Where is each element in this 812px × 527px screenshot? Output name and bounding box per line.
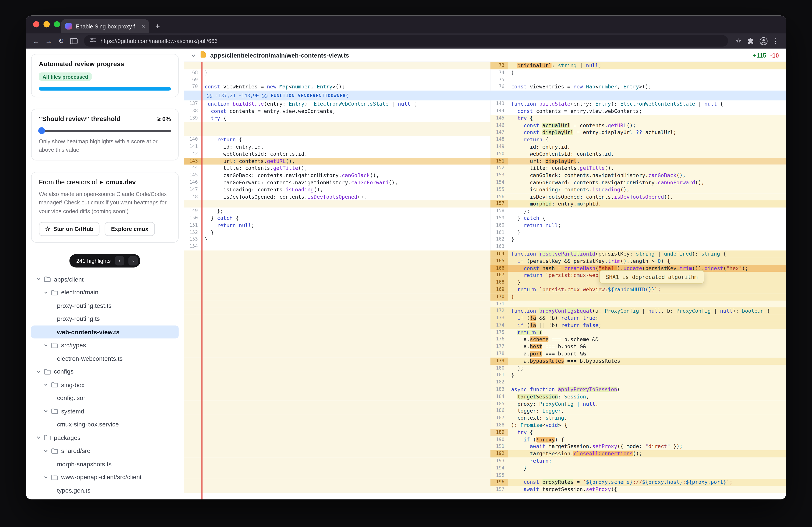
line-number[interactable]: 158 xyxy=(491,208,508,214)
chevron-down-icon[interactable] xyxy=(36,369,41,374)
promo-brand-link[interactable]: cmux.dev xyxy=(106,179,136,186)
line-number[interactable]: 147 xyxy=(491,129,508,136)
site-settings-icon[interactable] xyxy=(90,36,97,45)
tree-folder-electron/main[interactable]: electron/main xyxy=(31,286,179,299)
tree-file-types.gen.ts[interactable]: types.gen.ts xyxy=(31,484,179,497)
line-number[interactable]: 151 xyxy=(184,222,201,229)
address-bar[interactable]: https://0github.com/manaflow-ai/cmux/pul… xyxy=(84,35,728,47)
line-number[interactable]: 162 xyxy=(491,236,508,243)
line-number[interactable]: 143 xyxy=(184,158,201,165)
tree-folder-apps/client[interactable]: apps/client xyxy=(31,273,179,286)
line-number[interactable]: 186 xyxy=(491,407,508,415)
line-number[interactable]: 165 xyxy=(491,258,508,265)
collapse-file-chevron-icon[interactable] xyxy=(191,50,196,60)
tree-file-web-contents-view.ts[interactable]: web-contents-view.ts xyxy=(31,326,179,339)
line-number[interactable]: 163 xyxy=(491,243,508,250)
line-number[interactable]: 180 xyxy=(491,365,508,372)
slider-thumb[interactable] xyxy=(39,127,45,134)
line-number[interactable]: 75 xyxy=(491,76,508,84)
line-number[interactable]: 154 xyxy=(184,243,201,250)
tree-folder-packages[interactable]: packages xyxy=(31,431,179,444)
line-number[interactable]: 179 xyxy=(491,358,508,364)
chevron-down-icon[interactable] xyxy=(43,343,48,347)
line-number[interactable]: 160 xyxy=(491,222,508,229)
line-number[interactable]: 144 xyxy=(184,165,201,172)
line-number[interactable]: 150 xyxy=(491,150,508,157)
line-number[interactable]: 169 xyxy=(491,286,508,293)
extensions-icon[interactable] xyxy=(745,35,757,47)
line-number[interactable]: 138 xyxy=(184,108,201,115)
line-number[interactable]: 149 xyxy=(491,143,508,150)
line-number[interactable]: 153 xyxy=(184,236,201,243)
line-number[interactable]: 167 xyxy=(491,272,508,279)
line-number[interactable]: 69 xyxy=(184,76,201,84)
tree-file-cmux-sing-box.service[interactable]: cmux-sing-box.service xyxy=(31,418,179,431)
line-number[interactable]: 145 xyxy=(184,172,201,179)
line-number[interactable]: 188 xyxy=(491,422,508,429)
reload-button[interactable]: ↻ xyxy=(55,35,67,47)
zoom-window-button[interactable] xyxy=(54,21,60,27)
line-number[interactable]: 73 xyxy=(491,62,508,69)
tree-file-proxy-routing.test.ts[interactable]: proxy-routing.test.ts xyxy=(31,299,179,312)
forward-button[interactable]: → xyxy=(42,35,55,47)
close-window-button[interactable] xyxy=(33,21,39,27)
next-highlight-button[interactable]: › xyxy=(128,256,138,265)
chevron-down-icon[interactable] xyxy=(36,435,41,440)
line-number[interactable]: 152 xyxy=(184,229,201,236)
line-number[interactable]: 159 xyxy=(491,215,508,222)
chevron-down-icon[interactable] xyxy=(43,290,48,295)
chevron-down-icon[interactable] xyxy=(43,409,48,413)
prev-highlight-button[interactable]: ‹ xyxy=(115,256,124,265)
line-number[interactable]: 141 xyxy=(184,143,201,150)
line-number[interactable]: 197 xyxy=(491,486,508,493)
line-number[interactable]: 68 xyxy=(184,69,201,76)
file-path[interactable]: apps/client/electron/main/web-contents-v… xyxy=(210,51,349,59)
chevron-down-icon[interactable] xyxy=(43,382,48,387)
line-number[interactable]: 155 xyxy=(491,186,508,193)
line-number[interactable]: 161 xyxy=(491,229,508,236)
explore-cmux-button[interactable]: Explore cmux xyxy=(105,222,155,236)
tree-folder-systemd[interactable]: systemd xyxy=(31,405,179,418)
line-number[interactable]: 177 xyxy=(491,343,508,350)
line-number[interactable]: 181 xyxy=(491,372,508,379)
line-number[interactable]: 147 xyxy=(184,186,201,193)
line-number[interactable]: 185 xyxy=(491,401,508,407)
minimize-window-button[interactable] xyxy=(43,21,50,27)
line-number[interactable]: 148 xyxy=(184,193,201,200)
line-number[interactable]: 76 xyxy=(491,84,508,91)
tree-folder-shared/src[interactable]: shared/src xyxy=(31,444,179,457)
threshold-slider[interactable] xyxy=(39,130,171,132)
line-number[interactable]: 195 xyxy=(491,472,508,479)
tab-close-icon[interactable]: × xyxy=(142,23,145,29)
line-number[interactable]: 187 xyxy=(491,415,508,422)
line-number[interactable]: 164 xyxy=(491,251,508,258)
line-number[interactable]: 171 xyxy=(491,300,508,307)
line-number[interactable]: 140 xyxy=(184,136,201,143)
chevron-down-icon[interactable] xyxy=(43,449,48,453)
line-number[interactable]: 191 xyxy=(491,443,508,450)
tree-file-morph-snapshots.ts[interactable]: morph-snapshots.ts xyxy=(31,457,179,470)
line-number[interactable]: 74 xyxy=(491,69,508,76)
line-number[interactable]: 153 xyxy=(491,172,508,179)
line-number[interactable]: 166 xyxy=(491,265,508,272)
browser-tab[interactable]: Enable Sing-box proxy f × xyxy=(61,19,149,33)
line-number[interactable]: 168 xyxy=(491,279,508,286)
line-number[interactable]: 152 xyxy=(491,165,508,172)
line-number[interactable]: 142 xyxy=(184,150,201,157)
line-number[interactable]: 193 xyxy=(491,457,508,465)
profile-avatar-icon[interactable] xyxy=(757,35,769,47)
line-number[interactable]: 173 xyxy=(491,315,508,322)
line-number[interactable]: 170 xyxy=(491,293,508,300)
line-number[interactable]: 189 xyxy=(491,429,508,436)
tree-file-electron-webcontents.ts[interactable]: electron-webcontents.ts xyxy=(31,352,179,365)
line-number[interactable]: 196 xyxy=(491,479,508,486)
tree-folder-www-openapi-client/src/client[interactable]: www-openapi-client/src/client xyxy=(31,470,179,484)
line-number[interactable]: 150 xyxy=(184,215,201,222)
browser-menu-icon[interactable]: ⋮ xyxy=(770,35,782,47)
bookmark-star-icon[interactable]: ☆ xyxy=(733,35,745,47)
line-number[interactable]: 192 xyxy=(491,450,508,457)
star-on-github-button[interactable]: ☆Star on GitHub xyxy=(39,222,100,236)
tree-file-config.json[interactable]: config.json xyxy=(31,391,179,405)
tree-folder-src/types[interactable]: src/types xyxy=(31,339,179,352)
line-number[interactable]: 151 xyxy=(491,158,508,165)
